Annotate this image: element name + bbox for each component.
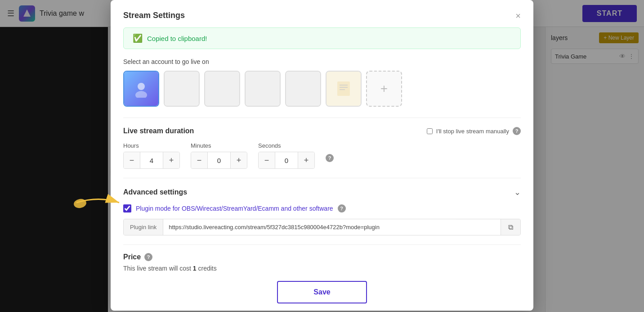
price-section: Price ? This live stream will cost 1 cre… [123,244,521,272]
price-text-prefix: This live stream will cost [123,265,193,272]
price-text: This live stream will cost 1 credits [123,265,521,272]
copy-to-clipboard-button[interactable]: ⧉ [501,219,520,235]
minutes-input[interactable] [207,152,231,168]
hours-field: Hours − + [123,142,180,169]
manual-stop-row: I'll stop live stream manually ? [427,127,521,135]
account-list: + [123,71,521,107]
minutes-stepper: − + [191,152,247,169]
advanced-title: Advanced settings [123,188,187,196]
account-avatar-2 [165,72,199,106]
advanced-header[interactable]: Advanced settings ⌄ [123,187,521,197]
duration-inputs: Hours − + Minutes − + [123,142,521,169]
account-avatar-5 [286,72,320,106]
plugin-mode-row: Plugin mode for OBS/Wirecast/StreamYard/… [123,204,521,213]
minutes-decrement-button[interactable]: − [191,152,207,168]
plugin-link-row: Plugin link ⧉ Copy to clipboard [123,219,521,235]
plus-icon: + [380,81,388,96]
manual-stop-help-icon[interactable]: ? [513,127,521,135]
manual-stop-label: I'll stop live stream manually [436,128,509,135]
save-button[interactable]: Save [277,281,367,303]
seconds-input[interactable] [275,152,298,168]
plugin-link-input[interactable] [163,219,501,235]
toast-text: Copied to clipboard! [147,35,207,42]
price-header: Price ? [123,253,521,261]
save-button-row: Save [123,281,521,303]
minutes-increment-button[interactable]: + [231,152,247,168]
svg-rect-3 [337,81,350,96]
svg-point-2 [135,91,147,98]
account-avatar-1 [124,72,158,106]
price-credits: 1 [193,265,197,272]
duration-title: Live stream duration [123,127,194,135]
stream-settings-modal: Stream Settings × ✅ Copied to clipboard!… [111,0,533,311]
toast-success: ✅ Copied to clipboard! [123,27,521,49]
seconds-field: Seconds − + [258,142,315,169]
advanced-section: Advanced settings ⌄ Plugin mode for OBS/… [123,178,521,235]
modal-close-button[interactable]: × [515,11,521,20]
copy-icon: ⧉ [508,223,513,231]
modal-header: Stream Settings × [123,11,521,20]
seconds-increment-button[interactable]: + [298,152,314,168]
checkmark-icon: ✅ [133,33,143,43]
account-item-5[interactable] [285,71,321,107]
hours-decrement-button[interactable]: − [124,152,140,168]
hours-stepper: − + [123,152,180,169]
account-avatar-3 [205,72,239,106]
minutes-label: Minutes [191,142,247,149]
plugin-help-icon[interactable]: ? [338,204,346,213]
duration-help-icon[interactable]: ? [326,154,334,162]
account-section-label: Select an account to go live on [123,58,521,65]
divider-1 [123,118,521,118]
seconds-decrement-button[interactable]: − [259,152,275,168]
svg-point-1 [138,83,145,90]
price-credits-suffix: credits [197,265,217,272]
duration-header: Live stream duration I'll stop live stre… [123,127,521,135]
account-item-1[interactable] [123,71,159,107]
account-add-button[interactable]: + [366,71,402,107]
account-avatar-4 [246,72,280,106]
hours-label: Hours [123,142,180,149]
hours-increment-button[interactable]: + [163,152,179,168]
plugin-mode-label: Plugin mode for OBS/Wirecast/StreamYard/… [136,205,333,212]
price-title: Price [123,253,141,261]
account-item-4[interactable] [245,71,281,107]
account-item-6[interactable] [326,71,362,107]
modal-title: Stream Settings [123,11,185,20]
chevron-down-icon: ⌄ [514,187,521,197]
minutes-field: Minutes − + [191,142,247,169]
plugin-link-label: Plugin link [124,219,163,235]
price-help-icon[interactable]: ? [144,253,152,261]
duration-section: Live stream duration I'll stop live stre… [123,127,521,169]
seconds-label: Seconds [258,142,315,149]
account-avatar-6 [326,72,361,106]
modal-overlay: Stream Settings × ✅ Copied to clipboard!… [0,0,644,312]
seconds-stepper: − + [258,152,315,169]
hours-input[interactable] [140,152,163,168]
plugin-mode-checkbox[interactable] [123,204,131,213]
manual-stop-checkbox[interactable] [427,128,433,134]
account-item-2[interactable] [164,71,200,107]
account-item-3[interactable] [204,71,240,107]
